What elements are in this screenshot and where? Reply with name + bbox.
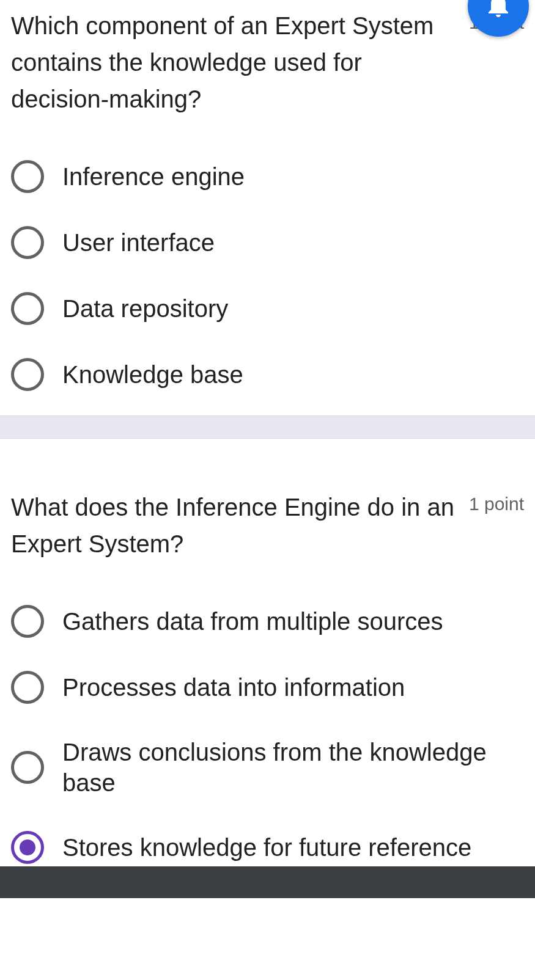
option-row[interactable]: Gathers data from multiple sources — [11, 605, 524, 638]
question-card: What does the Inference Engine do in an … — [0, 439, 535, 866]
option-label: Stores knowledge for future reference — [62, 832, 471, 863]
option-row[interactable]: Data repository — [11, 292, 524, 325]
radio-icon — [11, 605, 44, 638]
option-row[interactable]: User interface — [11, 226, 524, 259]
question-header: Which component of an Expert System cont… — [11, 0, 524, 117]
radio-icon — [11, 226, 44, 259]
question-card: Which component of an Expert System cont… — [0, 0, 535, 415]
bottom-bar — [0, 866, 535, 898]
radio-icon — [11, 831, 44, 864]
option-label: Draws conclusions from the knowledge bas… — [62, 737, 524, 798]
radio-icon — [11, 292, 44, 325]
question-text: What does the Inference Engine do in an … — [11, 489, 457, 562]
question-text: Which component of an Expert System cont… — [11, 7, 457, 117]
page: Which component of an Expert System cont… — [0, 0, 535, 898]
radio-icon — [11, 358, 44, 391]
option-row[interactable]: Stores knowledge for future reference — [11, 831, 524, 864]
bell-icon — [484, 0, 513, 22]
options-list: Inference engine User interface Data rep… — [11, 160, 524, 391]
card-gap — [0, 415, 535, 439]
option-row[interactable]: Inference engine — [11, 160, 524, 193]
radio-icon — [11, 751, 44, 784]
option-row[interactable]: Draws conclusions from the knowledge bas… — [11, 737, 524, 798]
question-header: What does the Inference Engine do in an … — [11, 481, 524, 562]
option-label: Gathers data from multiple sources — [62, 606, 443, 637]
question-points: 1 point — [469, 489, 524, 514]
option-row[interactable]: Processes data into information — [11, 671, 524, 704]
option-label: Data repository — [62, 293, 228, 324]
option-row[interactable]: Knowledge base — [11, 358, 524, 391]
radio-icon — [11, 671, 44, 704]
option-label: Processes data into information — [62, 672, 405, 703]
options-list: Gathers data from multiple sources Proce… — [11, 605, 524, 864]
option-label: User interface — [62, 227, 215, 258]
radio-icon — [11, 160, 44, 193]
option-label: Inference engine — [62, 161, 245, 192]
option-label: Knowledge base — [62, 359, 243, 390]
